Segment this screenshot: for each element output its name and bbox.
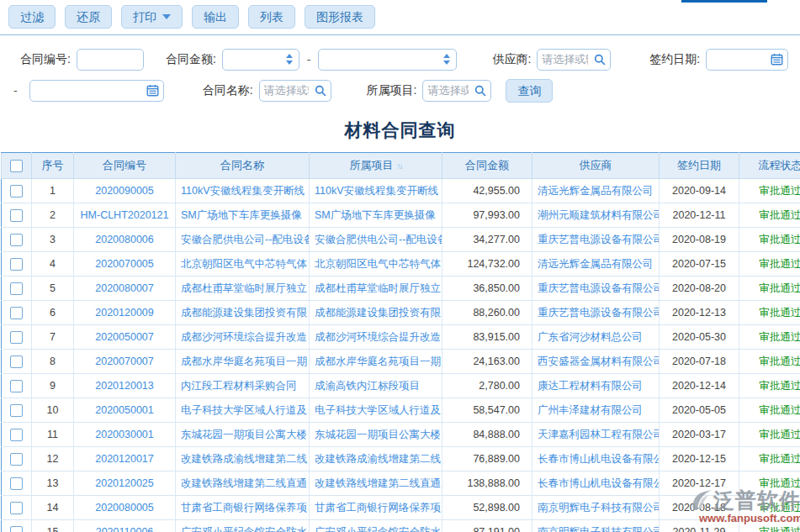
cell-name[interactable]: 成都沙河环境综合提升改造	[176, 325, 310, 350]
row-checkbox[interactable]	[10, 282, 23, 295]
row-checkbox[interactable]	[10, 477, 23, 490]
cell-code[interactable]: 2020030001	[74, 423, 176, 447]
header-amount[interactable]: 合同金额	[442, 153, 532, 179]
cell-status[interactable]: 审批通过	[739, 520, 800, 532]
cell-name[interactable]: 内江段工程材料采购合同	[176, 374, 310, 398]
row-checkbox[interactable]	[10, 234, 23, 246]
cell-supplier[interactable]: 南京明辉电子科技有限公司	[532, 520, 660, 532]
cell-code[interactable]: 2020120025	[74, 471, 176, 496]
cell-name[interactable]: 北京朝阳区电气中芯特气体	[176, 252, 310, 277]
cell-status[interactable]: 审批通过	[739, 447, 800, 471]
cell-project[interactable]: 改建铁路线增建第二线直通	[310, 471, 442, 496]
calendar-icon[interactable]	[145, 84, 163, 97]
select-all-checkbox[interactable]	[10, 160, 23, 172]
cell-status[interactable]: 审批通过	[739, 252, 800, 277]
cell-name[interactable]: 甘肃省工商银行网络保养项	[176, 496, 310, 520]
cell-supplier[interactable]: 广东省河沙材料总公司	[532, 325, 660, 350]
toolbar-button-restore[interactable]: 还原	[65, 5, 112, 29]
cell-supplier[interactable]: 南京明辉电子科技有限公司	[532, 496, 660, 520]
amount-to-stepper[interactable]	[442, 54, 456, 65]
cell-code[interactable]: 2020120017	[74, 447, 176, 471]
calendar-icon[interactable]	[769, 53, 787, 66]
row-checkbox[interactable]	[10, 453, 23, 466]
cell-project[interactable]: SM广场地下车库更换摄像	[310, 203, 442, 228]
cell-project[interactable]: 成都杜甫草堂临时展厅独立	[310, 277, 442, 301]
cell-name[interactable]: 成都能源建设集团投资有限	[176, 301, 310, 325]
cell-name[interactable]: 改建铁路线增建第二线直通	[176, 471, 310, 496]
cell-code[interactable]: 2020050007	[74, 325, 176, 350]
amount-from-input[interactable]	[223, 50, 284, 69]
cell-project[interactable]: 成渝高铁内江标段项目	[310, 374, 442, 398]
header-name[interactable]: 合同名称	[176, 153, 310, 179]
cell-status[interactable]: 审批通过	[739, 325, 800, 350]
cell-name[interactable]: 电子科技大学区域人行道及	[176, 398, 310, 423]
project-input[interactable]	[423, 82, 473, 100]
cell-project[interactable]: 北京朝阳区电气中芯特气体	[310, 252, 442, 277]
spin-down-icon[interactable]	[286, 61, 293, 65]
header-no[interactable]: 序号	[32, 153, 74, 179]
cell-status[interactable]: 审批通过	[739, 471, 800, 496]
cell-status[interactable]: 审批通过	[739, 228, 800, 252]
cell-status[interactable]: 审批通过	[739, 203, 800, 228]
row-checkbox[interactable]	[10, 307, 23, 319]
cell-name[interactable]: 成都水岸华庭名苑项目一期	[176, 350, 310, 374]
cell-project[interactable]: 电子科技大学区域人行道及	[310, 398, 442, 423]
spin-down-icon[interactable]	[443, 61, 450, 65]
row-checkbox[interactable]	[10, 404, 23, 417]
cell-supplier[interactable]: 潮州元顺建筑材料有限公司	[532, 203, 660, 228]
row-checkbox[interactable]	[10, 429, 23, 441]
cell-code[interactable]: 2020110006	[74, 520, 176, 532]
cell-project[interactable]: 广安邓小平纪念馆安全防水	[310, 520, 442, 532]
cell-name[interactable]: 110kV安徽线程集变开断线	[176, 179, 310, 203]
cell-code[interactable]: 2020090005	[74, 179, 176, 203]
cell-code[interactable]: 2020070007	[74, 350, 176, 374]
contract-name-input[interactable]	[260, 82, 313, 100]
cell-code[interactable]: 2020080007	[74, 277, 176, 301]
cell-status[interactable]: 审批通过	[739, 179, 800, 203]
cell-project[interactable]: 东城花园一期项目公寓大楼	[310, 423, 442, 447]
cell-code[interactable]: HM-CLHT2020121	[74, 203, 176, 228]
toolbar-button-list[interactable]: 列表	[248, 5, 295, 29]
header-date[interactable]: 签约日期	[660, 153, 739, 179]
cell-supplier[interactable]: 重庆艺普电源设备有限公司	[532, 228, 660, 252]
search-icon[interactable]	[313, 85, 331, 97]
cell-supplier[interactable]: 清远光辉金属品有限公司	[532, 252, 660, 277]
cell-project[interactable]: 110kV安徽线程集变开断线	[310, 179, 442, 203]
row-checkbox[interactable]	[10, 185, 23, 198]
cell-name[interactable]: SM广场地下车库更换摄像	[176, 203, 310, 228]
sort-icon[interactable]: ↑↓	[397, 161, 402, 171]
cell-supplier[interactable]: 广州丰泽建材有限公司	[532, 398, 660, 423]
amount-to-input[interactable]	[319, 50, 442, 69]
cell-supplier[interactable]: 康达工程材料有限公司	[532, 374, 660, 398]
cell-supplier[interactable]: 重庆艺普电源设备有限公司	[532, 301, 660, 325]
amount-from-stepper[interactable]	[284, 54, 299, 65]
cell-project[interactable]: 甘肃省工商银行网络保养项	[310, 496, 442, 520]
cell-supplier[interactable]: 长春市博山机电设备有限公司	[532, 447, 660, 471]
cell-supplier[interactable]: 清远光辉金属品有限公司	[532, 179, 660, 203]
toolbar-button-print[interactable]: 打印	[121, 5, 183, 29]
cell-supplier[interactable]: 天津嘉利园林工程有限公司	[532, 423, 660, 447]
cell-code[interactable]: 2020080005	[74, 496, 176, 520]
spin-up-icon[interactable]	[443, 54, 450, 58]
cell-code[interactable]: 2020050001	[74, 398, 176, 423]
header-supplier[interactable]: 供应商	[532, 153, 660, 179]
cell-code[interactable]: 2020070005	[74, 252, 176, 277]
cell-project[interactable]: 成都水岸华庭名苑项目一期	[310, 350, 442, 374]
cell-status[interactable]: 审批通过	[739, 301, 800, 325]
row-checkbox[interactable]	[10, 258, 23, 271]
cell-supplier[interactable]: 西安盛器金属材料有限公司	[532, 350, 660, 374]
search-icon[interactable]	[592, 54, 610, 66]
cell-status[interactable]: 审批通过	[739, 374, 800, 398]
row-checkbox[interactable]	[10, 356, 23, 368]
row-checkbox[interactable]	[10, 331, 23, 344]
cell-code[interactable]: 2020120009	[74, 301, 176, 325]
sign-date-to-input[interactable]	[30, 82, 145, 100]
cell-status[interactable]: 审批通过	[739, 423, 800, 447]
row-checkbox[interactable]	[10, 502, 23, 514]
cell-status[interactable]: 审批通过	[739, 496, 800, 520]
header-select-all[interactable]	[2, 153, 32, 179]
cell-name[interactable]: 安徽合肥供电公司--配电设备	[176, 228, 310, 252]
cell-status[interactable]: 审批通过	[739, 277, 800, 301]
cell-name[interactable]: 东城花园一期项目公寓大楼	[176, 423, 310, 447]
cell-project[interactable]: 成都能源建设集团投资有限	[310, 301, 442, 325]
